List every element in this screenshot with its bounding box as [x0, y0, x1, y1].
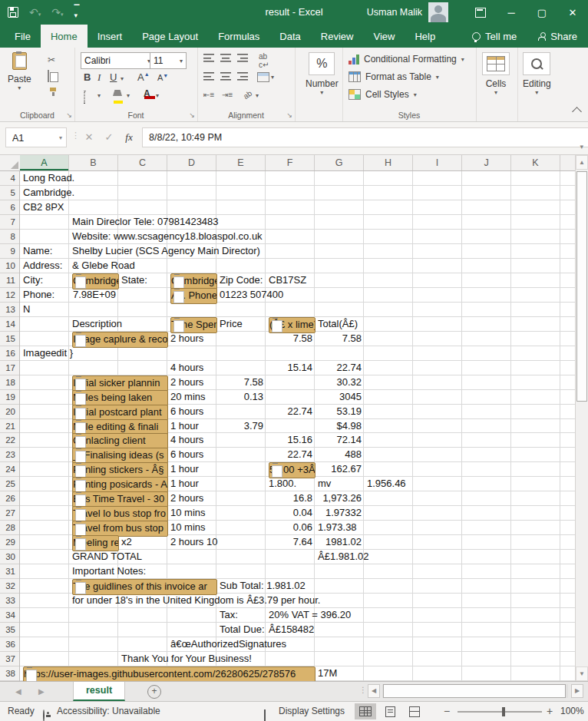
- row-header-34[interactable]: 34: [0, 608, 19, 623]
- cell-D27[interactable]: 10 mins: [170, 506, 206, 521]
- zoom-slider-thumb[interactable]: [502, 707, 505, 716]
- vertical-scrollbar[interactable]: ▲ ▼: [575, 155, 588, 681]
- cell-B32[interactable]: The guidlines of this invoice ar: [72, 579, 217, 595]
- cell-B15[interactable]: Image caplure & recor: [72, 332, 168, 348]
- align-top-icon[interactable]: [203, 54, 214, 62]
- cell-E18[interactable]: 7.58: [217, 375, 263, 390]
- cell-G30[interactable]: Â£1.981.02: [318, 550, 369, 564]
- cell-F25[interactable]: 1.800.: [269, 477, 296, 491]
- column-header-F[interactable]: F: [266, 155, 315, 170]
- cell-G26[interactable]: 1,973.26: [315, 491, 362, 506]
- name-box-dropdown-icon[interactable]: ▾: [59, 128, 62, 148]
- tab-formulas[interactable]: Formulas: [208, 25, 269, 48]
- row-header-25[interactable]: 25: [0, 477, 19, 491]
- cell-A4[interactable]: Long Road.: [23, 171, 74, 186]
- cell-E14[interactable]: Price: [220, 317, 243, 332]
- cell-F11[interactable]: CB17SZ: [269, 273, 306, 288]
- cell-A9[interactable]: Name:: [23, 244, 52, 259]
- cell-B18[interactable]: Inifial sicker plannin: [72, 375, 168, 392]
- normal-view-button[interactable]: [355, 703, 376, 719]
- accessibility-status[interactable]: Accessibility: Unavailable: [57, 702, 160, 721]
- copy-icon[interactable]: [48, 70, 49, 82]
- cell-B25[interactable]: Printing posicards - A: [72, 477, 168, 493]
- row-header-11[interactable]: 11: [0, 273, 19, 288]
- sheet-nav-left-icon[interactable]: ◀: [15, 682, 21, 701]
- cell-B7[interactable]: Main Direclor Tele: 07981423483: [72, 215, 219, 230]
- cell-B8[interactable]: Website: www.scsagency18.bloaspol.co.uk: [72, 230, 263, 244]
- column-header-D[interactable]: D: [167, 155, 216, 170]
- user-avatar[interactable]: [428, 2, 448, 22]
- cell-G18[interactable]: 30.32: [315, 375, 362, 390]
- column-header-A[interactable]: A: [20, 155, 69, 170]
- row-header-12[interactable]: 12: [0, 288, 19, 303]
- cell-A13[interactable]: N: [23, 303, 30, 317]
- scrollbar-grip[interactable]: ⋮: [359, 686, 368, 694]
- cell-styles-button[interactable]: Cell Styles▾: [349, 89, 417, 100]
- cell-B23[interactable]: __Finalising ideas (s: [72, 448, 168, 464]
- cells-button[interactable]: Cells ▾: [482, 52, 510, 96]
- cell-D21[interactable]: 1 hour: [170, 419, 199, 434]
- row-header-33[interactable]: 33: [0, 594, 19, 608]
- cell-C37[interactable]: Thank You for Your Business!: [121, 652, 252, 666]
- cell-B9[interactable]: Shelby Lucier (SCS Agency Main Director): [72, 244, 260, 259]
- column-header-I[interactable]: I: [413, 155, 462, 170]
- ribbon-display-options-button[interactable]: [465, 0, 496, 25]
- select-all-button[interactable]: [0, 155, 21, 170]
- cell-D15[interactable]: 2 hours: [170, 332, 203, 346]
- scroll-up-icon[interactable]: ▲: [576, 155, 588, 170]
- cell-G14[interactable]: Total(Â£): [318, 317, 358, 332]
- cell-F26[interactable]: 16.8: [266, 491, 312, 506]
- cell-E19[interactable]: 0.13: [217, 390, 263, 405]
- cell-A38[interactable]: https://user-images.githubusercontent.co…: [23, 666, 315, 681]
- cell-G23[interactable]: 488: [315, 448, 362, 462]
- cell-B22[interactable]: Conlacling client: [72, 433, 168, 449]
- cell-B11[interactable]: Cambridge: [72, 273, 119, 289]
- cell-F28[interactable]: 0.06: [266, 521, 312, 535]
- cell-C11[interactable]: State:: [121, 273, 147, 288]
- cell-E11[interactable]: Zip Code:: [220, 273, 263, 288]
- cell-B33[interactable]: for under 18's in the United Kingdom is …: [72, 594, 320, 608]
- borders-dropdown[interactable]: ▾: [97, 92, 101, 99]
- row-header-27[interactable]: 27: [0, 506, 19, 521]
- font-color-dropdown[interactable]: ▾: [156, 92, 159, 99]
- cell-G25[interactable]: mv: [318, 477, 331, 491]
- column-header-partial[interactable]: [560, 155, 575, 170]
- font-size-select[interactable]: 11▾: [150, 52, 187, 69]
- orientation-dropdown[interactable]: ▾: [256, 92, 259, 99]
- cell-H25[interactable]: 1.956.46: [367, 477, 406, 491]
- cell-F20[interactable]: 22.74: [266, 405, 312, 419]
- cell-D24[interactable]: 1 hour: [170, 462, 199, 477]
- align-right-icon[interactable]: [237, 72, 248, 81]
- align-bottom-icon[interactable]: [237, 54, 248, 62]
- user-name[interactable]: Usman Malik: [367, 7, 422, 18]
- cell-B14[interactable]: Description: [72, 317, 122, 332]
- merge-center-icon[interactable]: [257, 72, 269, 82]
- cell-D17[interactable]: 4 hours: [170, 361, 203, 375]
- row-header-9[interactable]: 9: [0, 244, 19, 259]
- enter-icon[interactable]: ✓: [100, 127, 118, 147]
- cell-D36[interactable]: â€œAuthorizedSignatures: [170, 637, 286, 652]
- row-header-4[interactable]: 4: [0, 171, 19, 186]
- row-header-32[interactable]: 32: [0, 579, 19, 594]
- cell-G17[interactable]: 22.74: [315, 361, 362, 375]
- row-header-18[interactable]: 18: [0, 375, 19, 390]
- row-header-7[interactable]: 7: [0, 215, 19, 230]
- formula-input[interactable]: 8/8/22, 10:49 PM ▾: [142, 127, 588, 147]
- row-header-36[interactable]: 36: [0, 637, 19, 652]
- row-header-35[interactable]: 35: [0, 623, 19, 637]
- cell-A11[interactable]: City:: [23, 273, 43, 288]
- row-header-20[interactable]: 20: [0, 405, 19, 419]
- decrease-indent-icon[interactable]: ⇤≡: [203, 91, 214, 99]
- cell-B21[interactable]: Nole editing & finali: [72, 419, 168, 435]
- fill-color-dropdown[interactable]: ▾: [127, 92, 130, 99]
- font-name-select[interactable]: Calibri▾: [81, 52, 154, 69]
- cell-F14[interactable]: (Â£ x lime): [269, 317, 315, 333]
- column-header-B[interactable]: B: [69, 155, 118, 170]
- decrease-font-button[interactable]: A▼: [157, 73, 168, 82]
- cell-E32[interactable]: Sub Total: 1.981.02: [220, 579, 306, 594]
- cell-G15[interactable]: 7.58: [315, 332, 362, 346]
- row-header-21[interactable]: 21: [0, 419, 19, 434]
- paste-button[interactable]: Paste ▾: [8, 52, 31, 91]
- tab-home[interactable]: Home: [41, 25, 88, 48]
- cell-F29[interactable]: 7.64: [266, 535, 312, 550]
